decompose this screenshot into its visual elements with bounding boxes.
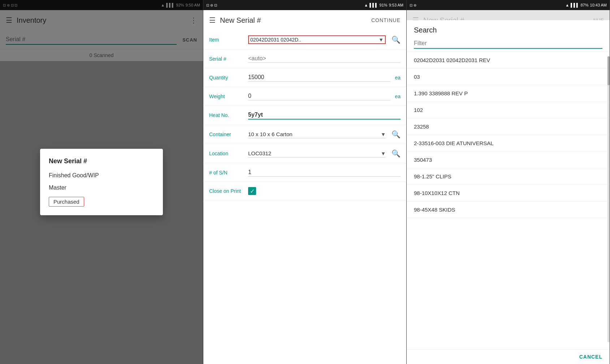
search-dialog-footer: CANCEL bbox=[407, 349, 610, 364]
status-icons-right-2: ▲ ▌▌▌ 91% 9:53 AM bbox=[364, 3, 403, 7]
status-icons-left-2: ⊡ ⊜ ⊡ bbox=[206, 3, 217, 7]
location-value: LOC0312 bbox=[248, 150, 381, 156]
location-search-icon[interactable]: 🔍 bbox=[391, 149, 401, 158]
search-dialog: Search 02042D2031 02042D2031 REV031.390 … bbox=[407, 20, 610, 364]
quantity-label: Quantity bbox=[209, 75, 245, 81]
serial-label: Serial # bbox=[209, 56, 245, 62]
heat-label: Heat No. bbox=[209, 112, 245, 118]
list-item[interactable]: 98-10X10X12 CTN bbox=[407, 185, 610, 202]
item-row: Item 02042D2031 02042D.. ▼ 🔍 bbox=[203, 30, 406, 49]
weight-input[interactable] bbox=[248, 93, 390, 99]
notification-icons-2: ⊡ ⊜ ⊡ bbox=[206, 3, 217, 7]
quantity-value-wrap bbox=[248, 73, 390, 82]
notification-icons-3: ⊡ ⊜ bbox=[410, 3, 416, 7]
heat-no-row: Heat No. bbox=[203, 106, 406, 125]
hamburger-menu-icon-2[interactable]: ☰ bbox=[209, 16, 216, 25]
list-item[interactable]: 350473 bbox=[407, 152, 610, 168]
search-filter-input[interactable] bbox=[414, 39, 602, 49]
wifi-icon-2: ▲ bbox=[364, 3, 368, 7]
weight-unit: ea bbox=[395, 94, 401, 99]
list-item[interactable]: 1.390 3389888 REV P bbox=[407, 85, 610, 102]
search-results-list: 02042D2031 02042D2031 REV031.390 3389888… bbox=[407, 52, 610, 349]
container-value: 10 x 10 x 6 Carton bbox=[248, 131, 381, 137]
panel-new-serial: ⊡ ⊜ ⊡ ▲ ▌▌▌ 91% 9:53 AM ☰ New Serial # C… bbox=[203, 0, 407, 364]
container-search-icon[interactable]: 🔍 bbox=[391, 130, 401, 139]
serial-value-wrap bbox=[248, 55, 401, 63]
close-on-print-checkbox[interactable]: ✓ bbox=[248, 187, 256, 195]
sn-count-label: # of S/N bbox=[209, 170, 245, 176]
container-dropdown-icon: ▼ bbox=[381, 131, 386, 137]
list-item[interactable]: 102 bbox=[407, 102, 610, 118]
sn-count-value-wrap bbox=[248, 168, 401, 177]
location-dropdown-icon: ▼ bbox=[381, 151, 386, 156]
battery-level-3: 87% bbox=[580, 3, 588, 7]
location-label: Location bbox=[209, 151, 245, 156]
container-label: Container bbox=[209, 131, 245, 137]
search-dialog-title: Search bbox=[414, 26, 602, 34]
list-item[interactable]: 98-45X48 SKIDS bbox=[407, 202, 610, 218]
weight-row: Weight ea bbox=[203, 87, 406, 106]
modal-purchased-tag[interactable]: Purchased bbox=[49, 197, 154, 207]
item-value: 02042D2031 02042D.. bbox=[250, 37, 378, 43]
purchased-label: Purchased bbox=[49, 197, 84, 207]
list-item[interactable]: 23258 bbox=[407, 118, 610, 135]
app-bar-serial: ☰ New Serial # CONTINUE bbox=[203, 10, 406, 30]
list-item[interactable]: 98-1.25" CLIPS bbox=[407, 168, 610, 185]
item-field-wrap[interactable]: 02042D2031 02042D.. ▼ bbox=[248, 35, 386, 44]
status-icons-left-3: ⊡ ⊜ bbox=[410, 3, 416, 7]
signal-icon-3: ▌▌▌ bbox=[571, 3, 579, 7]
container-dropdown[interactable]: 10 x 10 x 6 Carton ▼ bbox=[248, 130, 386, 138]
close-on-print-label: Close on Print bbox=[209, 188, 245, 194]
close-on-print-row: Close on Print ✓ bbox=[203, 182, 406, 200]
new-serial-modal: New Serial # Finished Good/WIP Master Pu… bbox=[40, 149, 163, 215]
heat-no-input[interactable] bbox=[248, 111, 401, 120]
item-dropdown-arrow-icon[interactable]: ▼ bbox=[378, 37, 384, 43]
scrollbar-thumb[interactable] bbox=[607, 56, 610, 85]
serial-auto-input[interactable] bbox=[248, 55, 401, 62]
modal-type-master: Master bbox=[49, 185, 154, 191]
weight-value-wrap bbox=[248, 92, 390, 100]
status-icons-right-3: ▲ ▌▌▌ 87% 10:43 AM bbox=[565, 3, 607, 7]
cancel-search-button[interactable]: CANCEL bbox=[579, 354, 602, 360]
scrollbar-track bbox=[607, 56, 610, 342]
close-on-print-checkbox-wrap[interactable]: ✓ bbox=[248, 187, 256, 195]
wifi-icon-3: ▲ bbox=[565, 3, 569, 7]
signal-icon-2: ▌▌▌ bbox=[369, 3, 378, 7]
location-row: Location LOC0312 ▼ 🔍 bbox=[203, 144, 406, 163]
item-search-icon[interactable]: 🔍 bbox=[391, 35, 401, 44]
weight-label: Weight bbox=[209, 94, 245, 99]
continue-button[interactable]: CONTINUE bbox=[371, 17, 401, 23]
list-item[interactable]: 02042D2031 02042D2031 REV bbox=[407, 52, 610, 69]
app-title-serial: New Serial # bbox=[220, 16, 371, 25]
time-3: 10:43 AM bbox=[590, 3, 607, 7]
quantity-input[interactable] bbox=[248, 74, 390, 81]
serial-row: Serial # bbox=[203, 49, 406, 68]
item-label: Item bbox=[209, 37, 245, 43]
battery-level-2: 91% bbox=[380, 3, 388, 7]
modal-title: New Serial # bbox=[49, 157, 154, 165]
quantity-row: Quantity ea bbox=[203, 68, 406, 87]
sn-count-input[interactable] bbox=[248, 169, 401, 176]
list-item[interactable]: 2-33516-003 DIE ATUNIVERSAL bbox=[407, 135, 610, 152]
status-bar-2: ⊡ ⊜ ⊡ ▲ ▌▌▌ 91% 9:53 AM bbox=[203, 0, 406, 10]
list-item[interactable]: 03 bbox=[407, 69, 610, 85]
form-content: Item 02042D2031 02042D.. ▼ 🔍 Serial # Qu… bbox=[203, 30, 406, 364]
panel-search: ⊡ ⊜ ▲ ▌▌▌ 87% 10:43 AM ☰ New Serial # NU… bbox=[407, 0, 610, 364]
location-dropdown[interactable]: LOC0312 ▼ bbox=[248, 150, 386, 157]
panel-inventory: ⊡ ⊜ ⊡ ⊡ ▲ ▌▌▌ 92% 9:50 AM ☰ Inventory ⋮ … bbox=[0, 0, 203, 364]
search-dialog-header: Search bbox=[407, 20, 610, 52]
modal-overlay: New Serial # Finished Good/WIP Master Pu… bbox=[0, 0, 203, 364]
time-2: 9:53 AM bbox=[389, 3, 403, 7]
container-row: Container 10 x 10 x 6 Carton ▼ 🔍 bbox=[203, 125, 406, 144]
quantity-unit: ea bbox=[395, 75, 401, 81]
status-bar-3: ⊡ ⊜ ▲ ▌▌▌ 87% 10:43 AM bbox=[407, 0, 610, 10]
sn-count-row: # of S/N bbox=[203, 163, 406, 182]
modal-type-finished: Finished Good/WIP bbox=[49, 172, 154, 179]
